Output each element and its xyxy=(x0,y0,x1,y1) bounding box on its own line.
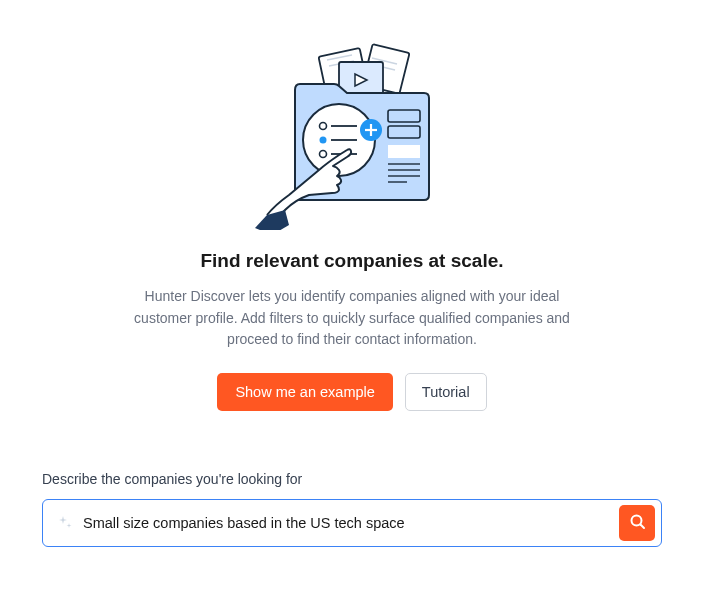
show-example-button[interactable]: Show me an example xyxy=(217,373,392,411)
search-input[interactable] xyxy=(83,507,609,539)
search-label: Describe the companies you're looking fo… xyxy=(42,471,662,487)
search-button[interactable] xyxy=(619,505,655,541)
svg-rect-17 xyxy=(388,110,420,122)
page-title: Find relevant companies at scale. xyxy=(200,250,503,272)
sparkle-icon xyxy=(57,515,73,531)
svg-rect-18 xyxy=(388,126,420,138)
svg-point-10 xyxy=(320,137,327,144)
svg-line-25 xyxy=(640,525,644,529)
search-icon xyxy=(629,513,646,533)
action-row: Show me an example Tutorial xyxy=(217,373,486,411)
search-box xyxy=(42,499,662,547)
tutorial-button[interactable]: Tutorial xyxy=(405,373,487,411)
hero-illustration xyxy=(247,40,457,230)
page-description: Hunter Discover lets you identify compan… xyxy=(122,286,582,351)
svg-rect-19 xyxy=(388,145,420,158)
